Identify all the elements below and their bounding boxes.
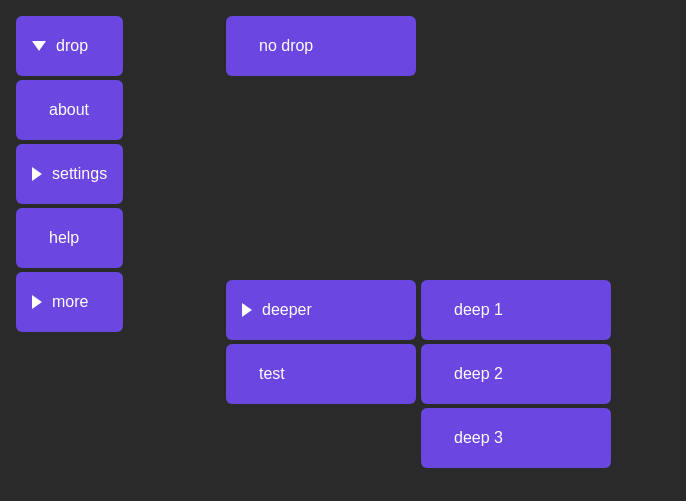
settings-button[interactable]: settings [16,144,123,204]
drop-label: drop [56,37,88,55]
more-label: more [52,293,88,311]
help-label: help [49,229,79,247]
deep3-button[interactable]: deep 3 [421,408,611,468]
more-submenu: deeper test [226,280,416,404]
no-drop-button[interactable]: no drop [226,16,416,76]
root-menu: drop about settings help more [16,16,123,332]
help-button[interactable]: help [16,208,123,268]
deeper-button[interactable]: deeper [226,280,416,340]
deep1-label: deep 1 [454,301,503,319]
arrow-right-icon [32,167,42,181]
arrow-right-icon [32,295,42,309]
deep2-label: deep 2 [454,365,503,383]
arrow-down-icon [32,41,46,51]
arrow-right-icon [242,303,252,317]
drop-button[interactable]: drop [16,16,123,76]
deeper-label: deeper [262,301,312,319]
deeper-submenu: deep 1 deep 2 deep 3 [421,280,611,468]
no-drop-label: no drop [259,37,313,55]
test-button[interactable]: test [226,344,416,404]
more-button[interactable]: more [16,272,123,332]
settings-label: settings [52,165,107,183]
deep2-button[interactable]: deep 2 [421,344,611,404]
deep1-button[interactable]: deep 1 [421,280,611,340]
deep3-label: deep 3 [454,429,503,447]
about-button[interactable]: about [16,80,123,140]
test-label: test [259,365,285,383]
about-label: about [49,101,89,119]
